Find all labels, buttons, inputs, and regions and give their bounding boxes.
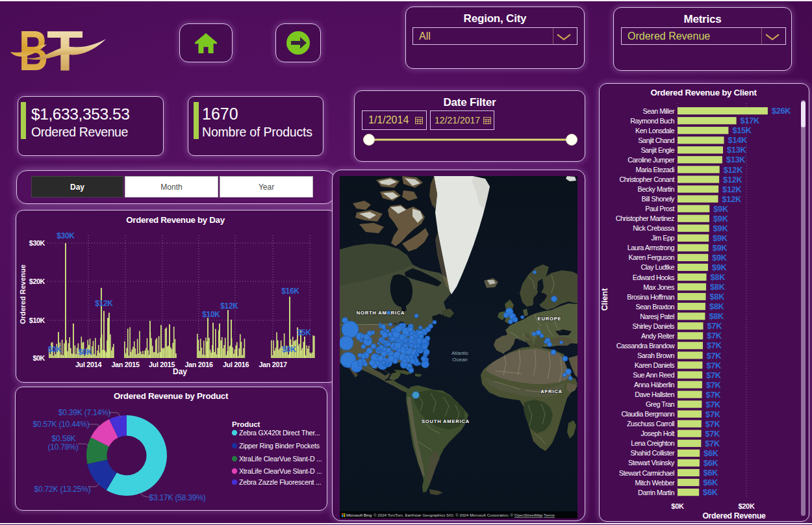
svg-text:XtraLife ClearVue Slant-D ...: XtraLife ClearVue Slant-D ...: [239, 455, 322, 463]
svg-text:AFRICA: AFRICA: [540, 389, 562, 394]
svg-text:Ordered Revenue by Client: Ordered Revenue by Client: [650, 88, 757, 97]
svg-text:Joseph Holt: Joseph Holt: [641, 429, 674, 437]
svg-text:Shahid Collister: Shahid Collister: [630, 449, 675, 457]
svg-text:Ordered Revenue: Ordered Revenue: [19, 264, 27, 324]
svg-text:Laura Armstrong: Laura Armstrong: [628, 244, 675, 251]
svg-text:Jan 2016: Jan 2016: [184, 361, 213, 368]
svg-text:$0.72K (13.25%): $0.72K (13.25%): [34, 485, 90, 494]
svg-text:$0K: $0K: [32, 354, 45, 362]
svg-text:Product: Product: [232, 420, 260, 428]
svg-text:Darrin Martin: Darrin Martin: [638, 489, 674, 496]
svg-text:Anna Häberlin: Anna Häberlin: [634, 381, 674, 389]
svg-text:Zebra Zazzle Fluorescent ...: Zebra Zazzle Fluorescent ...: [239, 478, 321, 486]
svg-text:$13K: $13K: [727, 145, 746, 155]
svg-text:$6K: $6K: [703, 487, 718, 497]
svg-text:Mitch Webber: Mitch Webber: [635, 479, 675, 487]
svg-text:$14K: $14K: [728, 135, 748, 145]
svg-text:Shirley Daniels: Shirley Daniels: [632, 322, 675, 330]
svg-text:$13K: $13K: [726, 155, 746, 164]
svg-text:$6K: $6K: [704, 448, 719, 458]
svg-text:$0.57K (10.44%): $0.57K (10.44%): [32, 420, 89, 429]
svg-text:$0K: $0K: [47, 345, 62, 354]
svg-text:$7K: $7K: [705, 439, 720, 448]
svg-text:Andy Reiter: Andy Reiter: [641, 332, 675, 340]
svg-text:$9K: $9K: [712, 253, 728, 262]
svg-text:$0K: $0K: [78, 348, 92, 357]
svg-text:$12K: $12K: [220, 301, 238, 311]
svg-text:$0K: $0K: [282, 345, 296, 354]
svg-text:$9K: $9K: [713, 214, 729, 224]
svg-text:Microsoft Bing: Microsoft Bing: [346, 513, 372, 517]
svg-text:Jim Epp: Jim Epp: [651, 234, 674, 242]
svg-text:Raymond Buch: Raymond Buch: [630, 117, 674, 125]
svg-text:Maria Etezadi: Maria Etezadi: [635, 166, 674, 173]
svg-text:$8K: $8K: [711, 272, 726, 282]
svg-text:Brosina Hoffman: Brosina Hoffman: [627, 293, 674, 301]
svg-text:Sanjit Chand: Sanjit Chand: [638, 136, 674, 144]
svg-text:$12K: $12K: [724, 165, 743, 175]
svg-text:Zuschuss Carroll: Zuschuss Carroll: [627, 420, 674, 428]
svg-text:Stewart Carmichael: Stewart Carmichael: [619, 469, 674, 477]
svg-text:$12K: $12K: [723, 175, 742, 185]
svg-text:$0.58K: $0.58K: [52, 434, 76, 443]
svg-text:$26K: $26K: [772, 106, 791, 116]
svg-text:$7K: $7K: [705, 419, 721, 429]
svg-text:$30K: $30K: [57, 231, 75, 240]
svg-text:$9K: $9K: [713, 243, 728, 253]
svg-text:EUROPE: EUROPE: [538, 316, 562, 322]
svg-text:Jul 2016: Jul 2016: [223, 361, 249, 368]
svg-text:Sean Braxton: Sean Braxton: [636, 303, 675, 311]
svg-text:$20K: $20K: [738, 502, 754, 510]
svg-text:Day: Day: [173, 367, 187, 376]
svg-text:$6K: $6K: [704, 458, 719, 468]
svg-text:$8K: $8K: [709, 301, 725, 311]
svg-text:Bill Shonely: Bill Shonely: [642, 195, 676, 203]
svg-text:$7K: $7K: [706, 390, 722, 400]
svg-text:$8K: $8K: [709, 311, 724, 321]
svg-text:$7K: $7K: [706, 380, 722, 390]
svg-text:$16K: $16K: [281, 287, 299, 296]
svg-text:$6K: $6K: [704, 468, 719, 478]
svg-text:Stewart Visinsky: Stewart Visinsky: [628, 459, 675, 467]
svg-text:Ocean: Ocean: [452, 357, 468, 363]
svg-text:Ordered Revenue by Day: Ordered Revenue by Day: [126, 215, 225, 225]
svg-text:© 2024 TomTom, Earthstar Geogr: © 2024 TomTom, Earthstar Geographics SIO…: [374, 513, 555, 517]
svg-text:Atlantic: Atlantic: [451, 350, 468, 356]
svg-text:Ordered Revenue by Product: Ordered Revenue by Product: [114, 391, 229, 401]
svg-text:(10.78%): (10.78%): [47, 442, 78, 452]
svg-text:$7K: $7K: [705, 400, 721, 409]
svg-text:Paul Prost: Paul Prost: [645, 205, 674, 212]
svg-text:$9K: $9K: [713, 204, 729, 214]
svg-text:Claudia Bergmann: Claudia Bergmann: [622, 410, 675, 418]
svg-text:Greg Tran: Greg Tran: [646, 400, 675, 408]
svg-text:$5K: $5K: [297, 328, 311, 337]
svg-text:$9K: $9K: [712, 262, 728, 272]
svg-text:$12K: $12K: [722, 194, 742, 204]
svg-text:$20K: $20K: [29, 277, 45, 285]
svg-text:Ordered Revenue: Ordered Revenue: [702, 511, 766, 520]
svg-text:Sanjit Engle: Sanjit Engle: [641, 146, 674, 154]
svg-text:Jul 2014: Jul 2014: [75, 361, 102, 368]
svg-text:$0K: $0K: [671, 502, 684, 510]
svg-text:Sarah Brown: Sarah Brown: [637, 352, 674, 359]
svg-text:Client: Client: [600, 288, 609, 311]
svg-text:Sue Ann Reed: Sue Ann Reed: [633, 371, 674, 379]
svg-text:$12K: $12K: [722, 185, 742, 194]
svg-text:Sean Miller: Sean Miller: [642, 107, 674, 115]
svg-text:$7K: $7K: [705, 429, 721, 439]
svg-text:XtraLife ClearVue Slant-D ...: XtraLife ClearVue Slant-D ...: [239, 467, 322, 475]
svg-text:$7K: $7K: [707, 331, 722, 340]
svg-text:Jan 2015: Jan 2015: [111, 361, 140, 368]
svg-text:Ken Lonsdale: Ken Lonsdale: [635, 127, 675, 134]
svg-text:$17K: $17K: [741, 116, 760, 125]
svg-text:Zebra GX420t Direct Ther...: Zebra GX420t Direct Ther...: [239, 429, 320, 437]
svg-text:SOUTH AMERICA: SOUTH AMERICA: [422, 418, 470, 424]
svg-text:Dave Hallsten: Dave Hallsten: [635, 391, 674, 398]
svg-text:$7K: $7K: [705, 409, 721, 419]
svg-text:$6K: $6K: [703, 478, 718, 487]
svg-text:$7K: $7K: [706, 370, 722, 380]
svg-text:Nick Crebassa: Nick Crebassa: [633, 224, 674, 232]
svg-text:NORTH AMERICA: NORTH AMERICA: [357, 310, 405, 316]
svg-text:$30K: $30K: [29, 239, 45, 247]
svg-text:Becky Martin: Becky Martin: [638, 185, 675, 193]
